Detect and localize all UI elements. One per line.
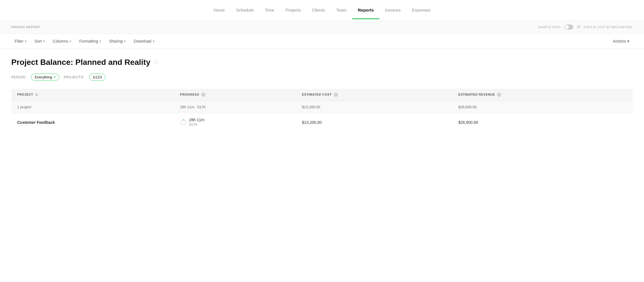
nav-item-time[interactable]: Time [259, 1, 280, 19]
undo-button[interactable]: ↺ [577, 24, 580, 30]
sample-data-label: SAMPLE DATA [538, 25, 561, 29]
nav-item-clients[interactable]: Clients [306, 1, 331, 19]
top-bar: PRIVATE REPORT SAMPLE DATA ↺ FEB 6 AT 14… [0, 20, 644, 34]
progress-info-icon[interactable]: i [201, 93, 205, 97]
filters-row: PERIOD: Everything ▾ PROJECTS: 1/123 [11, 74, 633, 81]
nav-item-home[interactable]: Home [208, 1, 230, 19]
summary-project: 1 project [12, 101, 175, 113]
sort-label: Sort [34, 39, 42, 43]
col-estimated-cost-label: ESTIMATED COST [302, 93, 332, 96]
sharing-button[interactable]: Sharing ▾ [106, 37, 129, 45]
actions-label: Actions [613, 39, 626, 43]
filter-label: Filter [15, 39, 23, 43]
projects-label: PROJECTS: [64, 75, 85, 79]
formatting-button[interactable]: Formatting ▾ [76, 37, 105, 45]
download-chevron-icon: ▾ [153, 39, 155, 43]
summary-progress: 28h 11m · 517h [175, 101, 296, 113]
period-value: Everything [35, 75, 52, 79]
summary-row: 1 project 28h 11m · 517h $13,200.00 $26,… [12, 101, 633, 113]
sharing-label: Sharing [109, 39, 123, 43]
estimated-cost-info-icon[interactable]: i [334, 93, 338, 97]
table-row: Customer Feedback28h 11m517h$13,200.00$2… [12, 113, 633, 131]
filter-chevron-icon: ▾ [25, 39, 27, 43]
private-report-label: PRIVATE REPORT [11, 25, 40, 29]
actions-button[interactable]: Actions ▾ [610, 37, 633, 45]
report-table: PROJECT ⇅ PROGRESS i ESTIMATED COST i ES… [11, 89, 633, 131]
nav-item-team[interactable]: Team [331, 1, 352, 19]
col-progress-label: PROGRESS [180, 93, 199, 96]
nav-item-expenses[interactable]: Expenses [406, 1, 436, 19]
nav-item-projects[interactable]: Projects [280, 1, 306, 19]
project-sort-icon[interactable]: ⇅ [35, 93, 38, 97]
sort-chevron-icon: ▾ [43, 39, 45, 43]
row-estimated-revenue: $26,600.00 [453, 113, 632, 131]
download-button[interactable]: Download ▾ [130, 37, 158, 45]
row-progress-sub: 517h [189, 122, 204, 127]
download-label: Download [134, 39, 151, 43]
sharing-chevron-icon: ▾ [124, 39, 126, 43]
col-project: PROJECT ⇅ [12, 89, 175, 101]
sort-button[interactable]: Sort ▾ [31, 37, 48, 45]
actions-chevron-icon: ▾ [627, 39, 629, 43]
col-project-label: PROJECT [17, 93, 33, 96]
row-progress: 28h 11m517h [175, 113, 296, 131]
timestamp-label: FEB 6 AT 14:07 BY WACLAW WOL [584, 25, 633, 29]
columns-label: Columns [53, 39, 68, 43]
projects-filter-pill[interactable]: 1/123 [89, 74, 106, 81]
row-estimated-cost: $13,200.00 [296, 113, 453, 131]
summary-estimated-cost: $13,200.00 [296, 101, 453, 113]
columns-button[interactable]: Columns ▾ [49, 37, 75, 45]
nav-item-invoices[interactable]: Invoices [380, 1, 406, 19]
top-bar-right: SAMPLE DATA ↺ FEB 6 AT 14:07 BY WACLAW W… [538, 24, 633, 30]
progress-circle-icon [180, 119, 186, 125]
col-progress: PROGRESS i [175, 89, 296, 101]
report-title: Project Balance: Planned and Reality [11, 58, 150, 67]
table-header-row: PROJECT ⇅ PROGRESS i ESTIMATED COST i ES… [12, 89, 633, 101]
estimated-revenue-info-icon[interactable]: i [497, 93, 501, 97]
nav-item-schedule[interactable]: Schedule [230, 1, 259, 19]
period-chevron-icon: ▾ [54, 75, 56, 79]
row-progress-main: 28h 11m [189, 117, 204, 122]
period-label: PERIOD: [11, 75, 27, 79]
formatting-chevron-icon: ▾ [100, 39, 101, 43]
main-content: Project Balance: Planned and Reality ☆ P… [0, 49, 644, 140]
col-estimated-revenue-label: ESTIMATED REVENUE [458, 93, 495, 96]
projects-value: 1/123 [93, 75, 102, 79]
sample-data-toggle[interactable] [564, 25, 573, 30]
filter-button[interactable]: Filter ▾ [11, 37, 30, 45]
report-title-row: Project Balance: Planned and Reality ☆ [11, 58, 633, 67]
nav-item-reports[interactable]: Reports [352, 1, 380, 19]
columns-chevron-icon: ▾ [70, 39, 71, 43]
row-project: Customer Feedback [12, 113, 175, 131]
formatting-label: Formatting [79, 39, 98, 43]
col-estimated-revenue: ESTIMATED REVENUE i [453, 89, 632, 101]
summary-estimated-revenue: $26,600.00 [453, 101, 632, 113]
svg-point-0 [181, 120, 186, 125]
col-estimated-cost: ESTIMATED COST i [296, 89, 453, 101]
main-nav: HomeScheduleTimeProjectsClientsTeamRepor… [0, 0, 644, 20]
period-filter-pill[interactable]: Everything ▾ [31, 74, 59, 81]
toolbar: Filter ▾ Sort ▾ Columns ▾ Formatting ▾ S… [0, 34, 644, 49]
favorite-star-icon[interactable]: ☆ [154, 59, 159, 66]
